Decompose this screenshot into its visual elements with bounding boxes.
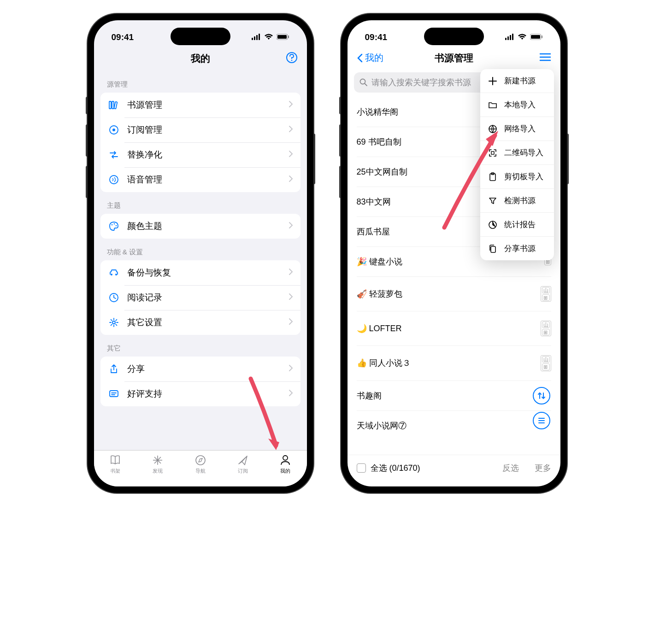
row-reading-record[interactable]: 阅读记录	[100, 285, 300, 310]
svg-rect-38	[491, 246, 495, 252]
page-title: 书源管理	[435, 52, 473, 64]
source-badge: 山⊞	[541, 321, 551, 336]
chevron-right-icon	[289, 125, 293, 135]
row-label: 备份与恢复	[127, 267, 281, 279]
svg-point-17	[115, 225, 117, 227]
source-item[interactable]: 书趣阁	[357, 381, 551, 411]
globe-icon	[488, 124, 498, 134]
svg-rect-25	[505, 38, 507, 40]
send-icon	[236, 454, 249, 466]
chevron-right-icon	[289, 364, 293, 374]
source-label: 🌙 LOFTER	[357, 323, 402, 334]
help-button[interactable]	[286, 52, 298, 65]
row-other-settings[interactable]: 其它设置	[100, 310, 300, 335]
row-voice-mgmt[interactable]: 语音管理	[100, 167, 300, 192]
chevron-left-icon	[357, 53, 363, 63]
book-icon	[109, 454, 122, 466]
dropdown-label: 网络导入	[504, 123, 536, 134]
section-header: 其它	[100, 335, 300, 357]
status-time: 09:41	[365, 32, 388, 42]
row-book-source-mgmt[interactable]: 书源管理	[100, 93, 300, 117]
source-item[interactable]: 👍 同人小说３山⊞	[357, 346, 551, 381]
row-backup-restore[interactable]: 备份与恢复	[100, 260, 300, 285]
tab-label: 发现	[153, 468, 163, 474]
row-rate-support[interactable]: 好评支持	[100, 381, 300, 406]
svg-point-18	[111, 274, 112, 275]
svg-rect-5	[277, 35, 287, 39]
tab-mine[interactable]: 我的	[264, 454, 306, 474]
more-button[interactable]: 更多	[535, 463, 551, 474]
compass-icon	[194, 454, 207, 466]
dropdown-network-import[interactable]: 网络导入	[480, 117, 554, 141]
source-label: 西瓜书屋	[357, 226, 390, 237]
svg-point-16	[113, 223, 115, 225]
row-label: 好评支持	[127, 388, 281, 400]
circle-dot-icon	[108, 124, 120, 136]
row-replace-purify[interactable]: 替换净化	[100, 142, 300, 167]
source-item[interactable]: 🌙 LOFTER山⊞	[357, 311, 551, 346]
row-label: 其它设置	[127, 316, 281, 328]
books-icon	[108, 99, 120, 111]
chevron-right-icon	[289, 100, 293, 110]
menu-button[interactable]	[539, 53, 551, 64]
dropdown-new-source[interactable]: 新建书源	[480, 69, 554, 93]
back-label: 我的	[365, 52, 383, 64]
row-subscription-mgmt[interactable]: 订阅管理	[100, 117, 300, 142]
dropdown-label: 分享书源	[504, 243, 536, 254]
dropdown-stats-report[interactable]: 统计报告	[480, 213, 554, 237]
tab-navigation[interactable]: 导航	[179, 454, 221, 474]
dropdown-menu: 新建书源 本地导入 网络导入 二维码导入 剪切板导入 检测书源 统计报告 分享书…	[480, 69, 554, 260]
tab-discover[interactable]: 发现	[136, 454, 179, 474]
row-label: 替换净化	[127, 149, 281, 161]
row-color-theme[interactable]: 颜色主题	[100, 214, 300, 239]
person-icon	[279, 454, 292, 466]
fab-menu[interactable]	[533, 412, 550, 429]
dropdown-clipboard-import[interactable]: 剪切板导入	[480, 165, 554, 189]
dropdown-share-source[interactable]: 分享书源	[480, 237, 554, 260]
section-header: 主题	[100, 192, 300, 214]
car-icon	[108, 267, 120, 279]
arrows-icon	[108, 149, 120, 161]
chevron-right-icon	[289, 293, 293, 302]
svg-rect-9	[109, 101, 111, 109]
folder-icon	[488, 100, 498, 110]
svg-rect-22	[110, 391, 118, 397]
dropdown-detect-source[interactable]: 检测书源	[480, 189, 554, 213]
invert-button[interactable]: 反选	[502, 463, 519, 474]
row-share[interactable]: 分享	[100, 357, 300, 381]
dynamic-island	[171, 28, 230, 45]
tab-bookshelf[interactable]: 书架	[94, 454, 136, 474]
svg-rect-27	[510, 35, 511, 40]
select-all-checkbox[interactable]	[357, 463, 366, 473]
row-label: 书源管理	[127, 99, 281, 111]
svg-rect-31	[542, 35, 542, 38]
chevron-right-icon	[289, 318, 293, 327]
dropdown-label: 本地导入	[504, 100, 536, 110]
back-button[interactable]: 我的	[357, 52, 383, 64]
source-item[interactable]: 🎻 轻菠萝包山⊞	[357, 277, 551, 311]
svg-rect-0	[252, 38, 253, 40]
signal-icon	[252, 32, 261, 42]
svg-point-23	[196, 456, 205, 465]
search-icon	[359, 78, 368, 87]
hamburger-icon	[539, 53, 551, 62]
source-label: 小说精华阁	[357, 106, 398, 117]
svg-point-21	[112, 321, 115, 324]
dropdown-local-import[interactable]: 本地导入	[480, 93, 554, 117]
wifi-icon	[264, 32, 273, 42]
clipboard-icon	[488, 172, 498, 182]
qr-icon	[488, 148, 498, 158]
fab-sort[interactable]	[533, 387, 550, 404]
dropdown-qr-import[interactable]: 二维码导入	[480, 141, 554, 165]
phone-frame-1: 09:41 我的 源管理 书源管理	[88, 14, 313, 493]
section-header: 功能 & 设置	[100, 239, 300, 260]
row-label: 订阅管理	[127, 124, 281, 136]
svg-point-8	[291, 60, 292, 61]
tab-label: 我的	[280, 468, 290, 474]
svg-rect-6	[288, 35, 289, 38]
row-label: 分享	[127, 363, 281, 375]
tab-subscribe[interactable]: 订阅	[222, 454, 264, 474]
source-label: 🎻 轻菠萝包	[357, 288, 402, 299]
source-item[interactable]: 天域小说网⑦	[357, 411, 551, 440]
tab-bar: 书架 发现 导航 订阅 我的	[94, 450, 307, 486]
